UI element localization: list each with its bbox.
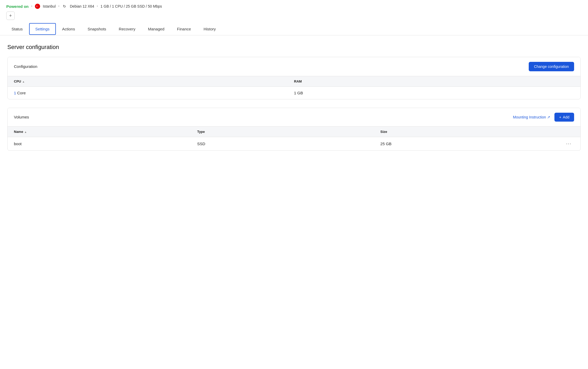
mounting-instruction-link[interactable]: Mounting Instruction ↗ xyxy=(513,115,550,119)
location-label: Istanbul xyxy=(43,4,56,8)
os-label: Debian 12 X64 xyxy=(70,4,94,8)
add-top-button[interactable]: + xyxy=(6,12,15,20)
ram-header: RAM xyxy=(294,79,574,83)
external-link-icon: ↗ xyxy=(547,115,550,119)
tab-recovery[interactable]: Recovery xyxy=(113,23,142,35)
type-header: Type xyxy=(197,130,381,134)
tab-history[interactable]: History xyxy=(197,23,222,35)
actions-header xyxy=(564,130,574,134)
mounting-instruction-label: Mounting Instruction xyxy=(513,115,546,119)
volumes-header-actions: Mounting Instruction ↗ + Add xyxy=(513,113,574,122)
volumes-card: Volumes Mounting Instruction ↗ + Add Nam… xyxy=(7,108,581,151)
plus-icon: + xyxy=(559,115,561,119)
volumes-card-header: Volumes Mounting Instruction ↗ + Add xyxy=(8,108,580,127)
dot-1: • xyxy=(31,4,32,8)
name-sort-icon: ▲ xyxy=(24,131,27,133)
tabs-nav: Status Settings Actions Snapshots Recove… xyxy=(0,23,588,35)
dot-3: • xyxy=(97,4,98,8)
volumes-table-header: Name▲ Type Size xyxy=(8,127,580,137)
turkey-flag-icon: 🇹🇷 xyxy=(35,4,40,9)
configuration-table-header: CPU▲ RAM xyxy=(8,76,580,87)
volume-type: SSD xyxy=(197,142,381,146)
volume-row: boot SSD 25 GB ··· xyxy=(8,137,580,150)
cpu-core-unit: Core xyxy=(16,91,26,95)
volume-size: 25 GB xyxy=(380,142,564,146)
tab-status[interactable]: Status xyxy=(5,23,29,35)
dot-2: • xyxy=(58,4,59,8)
powered-on-status: Powered on xyxy=(6,4,29,9)
page-title: Server configuration xyxy=(7,44,581,51)
specs-label: 1 GB / 1 CPU / 25 GB SSD / 50 Mbps xyxy=(100,4,162,8)
name-header: Name▲ xyxy=(14,130,197,134)
add-volume-button[interactable]: + Add xyxy=(554,113,574,122)
configuration-card: Configuration Change configuration CPU▲ … xyxy=(7,57,581,99)
change-configuration-button[interactable]: Change configuration xyxy=(529,62,574,71)
debian-icon: ↻ xyxy=(62,4,67,9)
volume-more-button[interactable]: ··· xyxy=(564,141,574,146)
configuration-table-row: 1 Core 1 GB xyxy=(8,87,580,99)
cpu-value: 1 Core xyxy=(14,91,294,95)
volume-name: boot xyxy=(14,142,197,146)
volumes-title: Volumes xyxy=(14,115,29,119)
configuration-title: Configuration xyxy=(14,64,37,69)
tab-actions[interactable]: Actions xyxy=(56,23,81,35)
tab-managed[interactable]: Managed xyxy=(142,23,171,35)
tab-snapshots[interactable]: Snapshots xyxy=(81,23,113,35)
tab-settings[interactable]: Settings xyxy=(29,23,56,35)
add-label: Add xyxy=(563,115,569,119)
cpu-header: CPU▲ xyxy=(14,79,294,83)
size-header: Size xyxy=(380,130,564,134)
top-status-bar: Powered on • 🇹🇷 Istanbul • ↻ Debian 12 X… xyxy=(0,0,588,12)
tab-finance[interactable]: Finance xyxy=(171,23,197,35)
main-content: Server configuration Configuration Chang… xyxy=(0,35,588,167)
configuration-card-header: Configuration Change configuration xyxy=(8,57,580,76)
ram-value: 1 GB xyxy=(294,91,574,95)
cpu-sort-icon: ▲ xyxy=(22,80,25,83)
